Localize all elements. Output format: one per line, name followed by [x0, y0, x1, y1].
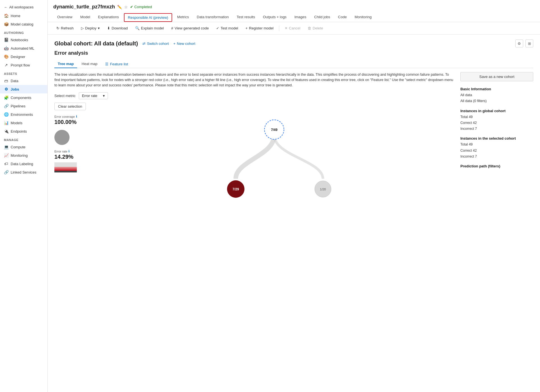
save-cohort-button[interactable]: Save as a new cohort [460, 72, 533, 81]
heat-map-tab[interactable]: Heat map [78, 60, 101, 68]
selected-cohort-section: Instances in the selected cohort Total 4… [460, 136, 533, 160]
back-label: All workspaces [9, 5, 34, 9]
feature-list-link[interactable]: ☰ Feature list [102, 60, 131, 68]
register-label: Register model [249, 26, 273, 30]
select-metric-label: Select metric [54, 94, 75, 98]
tree-map-tab[interactable]: Tree map [54, 60, 77, 68]
models-icon: 📊 [4, 121, 8, 125]
prediction-path-section: Prediction path (filters) [460, 164, 533, 168]
home-icon: 🏠 [4, 13, 8, 18]
sidebar-item-home[interactable]: 🏠Home [0, 11, 47, 20]
explain-model-button[interactable]: 🔍 Explain model [132, 24, 167, 32]
clear-selection-button[interactable]: Clear selection [54, 103, 86, 110]
basic-info-title: Basic Information [460, 87, 533, 91]
tab-child-jobs[interactable]: Child jobs [310, 13, 334, 22]
cohort-title: Global cohort: All data (default) [54, 40, 138, 47]
cancel-x-icon: ✕ [285, 26, 288, 30]
refresh-icon: ↻ [56, 26, 59, 30]
deploy-button[interactable]: ▷ Deploy ▾ [78, 24, 103, 32]
view-generated-code-button[interactable]: # View generated code [168, 24, 212, 32]
test-model-label: Test model [221, 26, 238, 30]
info-icon[interactable]: ℹ [76, 115, 77, 118]
metric-dropdown[interactable]: Error rate ▾ [79, 92, 108, 99]
explain-icon: 🔍 [135, 26, 140, 30]
download-label: Download [112, 26, 128, 30]
sidebar-item-data-labeling[interactable]: 🏷Data Labeling [0, 160, 47, 168]
deploy-chevron-icon: ▾ [98, 26, 100, 30]
sidebar-item-prompt-flow[interactable]: ↗Prompt flow [0, 61, 47, 69]
sidebar-item-linked-services[interactable]: 🔗Linked Services [0, 168, 47, 176]
checkmark-icon: ✓ [216, 26, 219, 30]
linked-services-icon: 🔗 [4, 170, 8, 174]
register-model-button[interactable]: + Register model [243, 24, 277, 32]
delete-label: Delete [313, 26, 323, 30]
error-coverage-block: Error coverage ℹ 100.00% [54, 115, 88, 125]
toolbar: ↻ Refresh ▷ Deploy ▾ ⬇ Download 🔍 Explai… [48, 22, 540, 34]
tab-monitoring[interactable]: Monitoring [351, 13, 376, 22]
error-rate-value: 14.29% [54, 154, 88, 160]
manage-section-label: Manage [0, 135, 47, 143]
prediction-path-title: Prediction path (filters) [460, 164, 533, 168]
error-coverage-label: Error coverage [54, 115, 75, 118]
back-button[interactable]: ← All workspaces [0, 3, 47, 11]
tab-images[interactable]: Images [290, 13, 310, 22]
switch-icon: ⇄ [142, 41, 146, 46]
grid-icon-button[interactable]: ⊞ [525, 40, 533, 47]
sidebar-item-notebooks[interactable]: 📓Notebooks [0, 36, 47, 44]
download-button[interactable]: ⬇ Download [104, 24, 131, 32]
error-rate-info-icon[interactable]: ℹ [68, 149, 70, 153]
star-icon[interactable]: ☆ [124, 5, 128, 9]
jobs-icon: ⚙ [4, 87, 8, 91]
delete-button[interactable]: 🗑 Delete [304, 24, 326, 32]
components-icon: 🧩 [4, 95, 8, 100]
new-cohort-plus-icon: + [173, 41, 176, 46]
new-cohort-button[interactable]: + New cohort [173, 41, 195, 46]
sidebar-item-jobs[interactable]: ⚙Jobs [0, 85, 47, 93]
edit-icon[interactable]: ✏️ [117, 5, 122, 9]
gear-icon: ⚙ [518, 41, 521, 46]
save-cohort-label: Save as a new cohort [479, 75, 514, 79]
settings-icon-button[interactable]: ⚙ [515, 40, 523, 47]
deploy-icon: ▷ [81, 26, 84, 30]
cancel-button[interactable]: ✕ Cancel [281, 24, 303, 32]
sidebar-item-components[interactable]: 🧩Components [0, 93, 47, 102]
tab-model[interactable]: Model [76, 13, 94, 22]
sidebar-item-monitoring[interactable]: 📈Monitoring [0, 151, 47, 160]
cohort-icon-group: ⚙ ⊞ [515, 40, 533, 47]
tab-test-results[interactable]: Test results [233, 13, 259, 22]
authoring-section-label: Authoring [0, 28, 47, 36]
explain-label: Explain model [141, 26, 164, 30]
tab-outputs-logs[interactable]: Outputs + logs [259, 13, 290, 22]
sidebar-item-automated-ml[interactable]: 🤖Automated ML [0, 44, 47, 52]
sidebar-item-data[interactable]: 🗃Data [0, 77, 47, 85]
tab-responsible-ai[interactable]: Responsible AI (preview) [124, 13, 172, 22]
stats-column: Error coverage ℹ 100.00% Error rate [54, 115, 88, 177]
tab-overview[interactable]: Overview [53, 13, 76, 22]
sidebar-item-environments[interactable]: 🌐Environments [0, 110, 47, 119]
ea-right-panel: Save as a new cohort Basic Information A… [460, 72, 533, 392]
sidebar-item-endpoints[interactable]: 🔌Endpoints [0, 127, 47, 135]
nav-tabs: OverviewModelExplanationsResponsible AI … [53, 13, 534, 22]
tab-explanations[interactable]: Explanations [94, 13, 123, 22]
ea-description: The tree visualization uses the mutual i… [54, 72, 455, 88]
error-rate-block: Error rate ℹ 14.29% [54, 149, 88, 172]
test-model-button[interactable]: ✓ Test model [213, 24, 241, 32]
global-correct: Correct 42 [460, 120, 533, 126]
clear-selection-label: Clear selection [58, 104, 82, 109]
tree-visualization: 7/49 7/29 1/20 [94, 115, 455, 204]
sidebar-item-model-catalog[interactable]: 📦Model catalog [0, 20, 47, 28]
switch-cohort-button[interactable]: ⇄ Switch cohort [142, 41, 169, 46]
tab-code[interactable]: Code [334, 13, 351, 22]
sidebar-item-pipelines[interactable]: 🔗Pipelines [0, 102, 47, 110]
notebooks-icon: 📓 [4, 38, 8, 42]
tab-metrics[interactable]: Metrics [173, 13, 193, 22]
sidebar-item-models[interactable]: 📊Models [0, 119, 47, 127]
assets-section-label: Assets [0, 69, 47, 77]
selected-incorrect: Incorrect 7 [460, 154, 533, 160]
sidebar-item-designer[interactable]: 🎨Designer [0, 52, 47, 61]
grid-icon: ⊞ [528, 41, 531, 46]
sidebar-item-compute[interactable]: 💻Compute [0, 143, 47, 151]
refresh-button[interactable]: ↻ Refresh [53, 24, 77, 32]
svg-text:7/49: 7/49 [271, 128, 278, 132]
tab-data-transformation[interactable]: Data transformation [193, 13, 233, 22]
